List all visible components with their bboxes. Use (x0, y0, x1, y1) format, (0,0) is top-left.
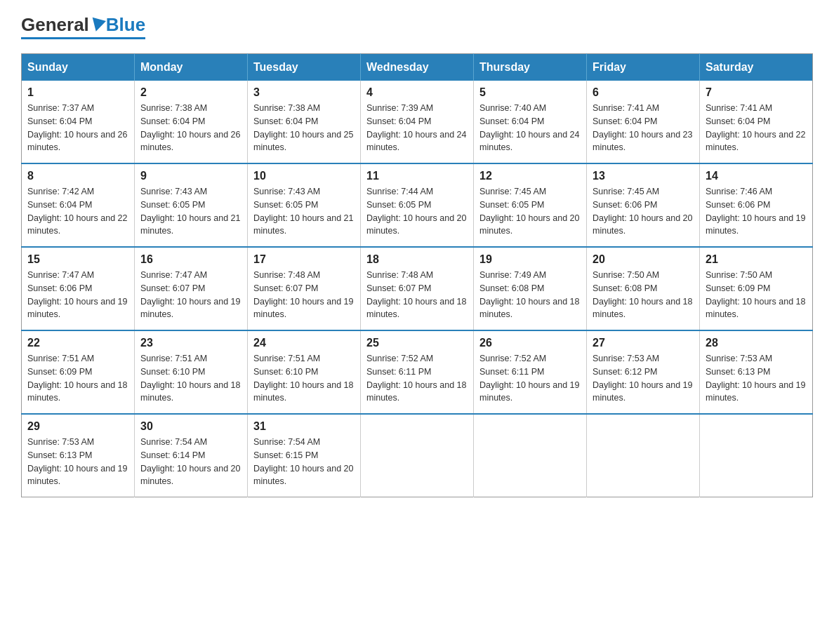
day-info: Sunrise: 7:43 AM Sunset: 6:05 PM Dayligh… (253, 185, 355, 238)
day-number: 18 (366, 253, 468, 266)
calendar-cell: 26 Sunrise: 7:52 AM Sunset: 6:11 PM Dayl… (474, 330, 587, 414)
logo-general-text: General (21, 14, 89, 36)
day-number: 20 (593, 253, 694, 266)
calendar-cell: 23 Sunrise: 7:51 AM Sunset: 6:10 PM Dayl… (135, 330, 248, 414)
day-number: 4 (366, 86, 468, 99)
day-info: Sunrise: 7:50 AM Sunset: 6:09 PM Dayligh… (706, 269, 807, 321)
calendar-cell: 12 Sunrise: 7:45 AM Sunset: 6:05 PM Dayl… (474, 163, 587, 247)
day-info: Sunrise: 7:53 AM Sunset: 6:13 PM Dayligh… (27, 436, 128, 488)
day-info: Sunrise: 7:41 AM Sunset: 6:04 PM Dayligh… (706, 102, 807, 154)
day-info: Sunrise: 7:41 AM Sunset: 6:04 PM Dayligh… (593, 102, 694, 154)
day-number: 9 (140, 170, 241, 182)
day-info: Sunrise: 7:48 AM Sunset: 6:07 PM Dayligh… (253, 269, 355, 321)
day-number: 27 (593, 337, 694, 349)
day-number: 3 (253, 86, 355, 99)
calendar-cell: 29 Sunrise: 7:53 AM Sunset: 6:13 PM Dayl… (22, 414, 135, 497)
logo-underline (21, 37, 145, 39)
day-number: 13 (593, 170, 694, 182)
day-info: Sunrise: 7:49 AM Sunset: 6:08 PM Dayligh… (479, 269, 581, 321)
day-number: 6 (593, 86, 694, 99)
logo-triangle-icon (89, 17, 106, 33)
day-info: Sunrise: 7:45 AM Sunset: 6:05 PM Dayligh… (479, 185, 581, 238)
day-number: 2 (140, 86, 241, 99)
day-number: 22 (27, 337, 128, 349)
day-number: 15 (27, 253, 128, 266)
calendar-cell: 2 Sunrise: 7:38 AM Sunset: 6:04 PM Dayli… (135, 81, 248, 163)
calendar-cell: 6 Sunrise: 7:41 AM Sunset: 6:04 PM Dayli… (587, 81, 700, 163)
day-number: 23 (140, 337, 241, 349)
day-number: 12 (479, 170, 581, 182)
calendar-cell: 22 Sunrise: 7:51 AM Sunset: 6:09 PM Dayl… (22, 330, 135, 414)
day-info: Sunrise: 7:53 AM Sunset: 6:13 PM Dayligh… (706, 352, 807, 405)
day-info: Sunrise: 7:38 AM Sunset: 6:04 PM Dayligh… (253, 102, 355, 154)
weekday-header-friday: Friday (587, 54, 700, 81)
calendar-cell (587, 414, 700, 497)
calendar-cell: 11 Sunrise: 7:44 AM Sunset: 6:05 PM Dayl… (361, 163, 474, 247)
calendar-week-row: 1 Sunrise: 7:37 AM Sunset: 6:04 PM Dayli… (22, 81, 813, 163)
calendar-cell: 30 Sunrise: 7:54 AM Sunset: 6:14 PM Dayl… (135, 414, 248, 497)
calendar-week-row: 29 Sunrise: 7:53 AM Sunset: 6:13 PM Dayl… (22, 414, 813, 497)
calendar-cell: 10 Sunrise: 7:43 AM Sunset: 6:05 PM Dayl… (248, 163, 361, 247)
day-number: 8 (27, 170, 128, 182)
day-info: Sunrise: 7:52 AM Sunset: 6:11 PM Dayligh… (479, 352, 581, 405)
day-info: Sunrise: 7:52 AM Sunset: 6:11 PM Dayligh… (366, 352, 468, 405)
calendar-cell (361, 414, 474, 497)
day-info: Sunrise: 7:38 AM Sunset: 6:04 PM Dayligh… (140, 102, 241, 154)
logo: General Blue (21, 14, 145, 39)
calendar-cell: 21 Sunrise: 7:50 AM Sunset: 6:09 PM Dayl… (700, 247, 813, 330)
weekday-header-tuesday: Tuesday (248, 54, 361, 81)
day-number: 31 (253, 420, 355, 433)
calendar-cell: 5 Sunrise: 7:40 AM Sunset: 6:04 PM Dayli… (474, 81, 587, 163)
day-number: 11 (366, 170, 468, 182)
calendar-cell: 25 Sunrise: 7:52 AM Sunset: 6:11 PM Dayl… (361, 330, 474, 414)
calendar-week-row: 22 Sunrise: 7:51 AM Sunset: 6:09 PM Dayl… (22, 330, 813, 414)
calendar-cell (700, 414, 813, 497)
day-number: 26 (479, 337, 581, 349)
calendar-week-row: 15 Sunrise: 7:47 AM Sunset: 6:06 PM Dayl… (22, 247, 813, 330)
calendar-cell: 27 Sunrise: 7:53 AM Sunset: 6:12 PM Dayl… (587, 330, 700, 414)
day-number: 5 (479, 86, 581, 99)
day-number: 21 (706, 253, 807, 266)
calendar-cell: 24 Sunrise: 7:51 AM Sunset: 6:10 PM Dayl… (248, 330, 361, 414)
calendar-cell: 16 Sunrise: 7:47 AM Sunset: 6:07 PM Dayl… (135, 247, 248, 330)
weekday-header-row: SundayMondayTuesdayWednesdayThursdayFrid… (22, 54, 813, 81)
day-number: 25 (366, 337, 468, 349)
calendar-cell: 17 Sunrise: 7:48 AM Sunset: 6:07 PM Dayl… (248, 247, 361, 330)
day-number: 28 (706, 337, 807, 349)
calendar-cell: 20 Sunrise: 7:50 AM Sunset: 6:08 PM Dayl… (587, 247, 700, 330)
calendar-cell: 4 Sunrise: 7:39 AM Sunset: 6:04 PM Dayli… (361, 81, 474, 163)
day-info: Sunrise: 7:47 AM Sunset: 6:06 PM Dayligh… (27, 269, 128, 321)
day-info: Sunrise: 7:46 AM Sunset: 6:06 PM Dayligh… (706, 185, 807, 238)
day-info: Sunrise: 7:51 AM Sunset: 6:10 PM Dayligh… (253, 352, 355, 405)
day-number: 7 (706, 86, 807, 99)
calendar-cell: 3 Sunrise: 7:38 AM Sunset: 6:04 PM Dayli… (248, 81, 361, 163)
day-info: Sunrise: 7:50 AM Sunset: 6:08 PM Dayligh… (593, 269, 694, 321)
calendar-cell: 8 Sunrise: 7:42 AM Sunset: 6:04 PM Dayli… (22, 163, 135, 247)
day-info: Sunrise: 7:45 AM Sunset: 6:06 PM Dayligh… (593, 185, 694, 238)
day-info: Sunrise: 7:53 AM Sunset: 6:12 PM Dayligh… (593, 352, 694, 405)
calendar-cell: 7 Sunrise: 7:41 AM Sunset: 6:04 PM Dayli… (700, 81, 813, 163)
day-number: 16 (140, 253, 241, 266)
day-info: Sunrise: 7:40 AM Sunset: 6:04 PM Dayligh… (479, 102, 581, 154)
calendar-cell: 15 Sunrise: 7:47 AM Sunset: 6:06 PM Dayl… (22, 247, 135, 330)
day-info: Sunrise: 7:51 AM Sunset: 6:10 PM Dayligh… (140, 352, 241, 405)
logo-blue-text: Blue (106, 14, 145, 36)
weekday-header-saturday: Saturday (700, 54, 813, 81)
day-number: 14 (706, 170, 807, 182)
day-number: 30 (140, 420, 241, 433)
day-info: Sunrise: 7:43 AM Sunset: 6:05 PM Dayligh… (140, 185, 241, 238)
calendar-cell (474, 414, 587, 497)
day-info: Sunrise: 7:37 AM Sunset: 6:04 PM Dayligh… (27, 102, 128, 154)
calendar-cell: 28 Sunrise: 7:53 AM Sunset: 6:13 PM Dayl… (700, 330, 813, 414)
day-info: Sunrise: 7:47 AM Sunset: 6:07 PM Dayligh… (140, 269, 241, 321)
calendar-week-row: 8 Sunrise: 7:42 AM Sunset: 6:04 PM Dayli… (22, 163, 813, 247)
day-info: Sunrise: 7:39 AM Sunset: 6:04 PM Dayligh… (366, 102, 468, 154)
day-number: 1 (27, 86, 128, 99)
weekday-header-wednesday: Wednesday (361, 54, 474, 81)
weekday-header-thursday: Thursday (474, 54, 587, 81)
day-info: Sunrise: 7:44 AM Sunset: 6:05 PM Dayligh… (366, 185, 468, 238)
day-number: 10 (253, 170, 355, 182)
day-info: Sunrise: 7:51 AM Sunset: 6:09 PM Dayligh… (27, 352, 128, 405)
weekday-header-sunday: Sunday (22, 54, 135, 81)
calendar-cell: 14 Sunrise: 7:46 AM Sunset: 6:06 PM Dayl… (700, 163, 813, 247)
